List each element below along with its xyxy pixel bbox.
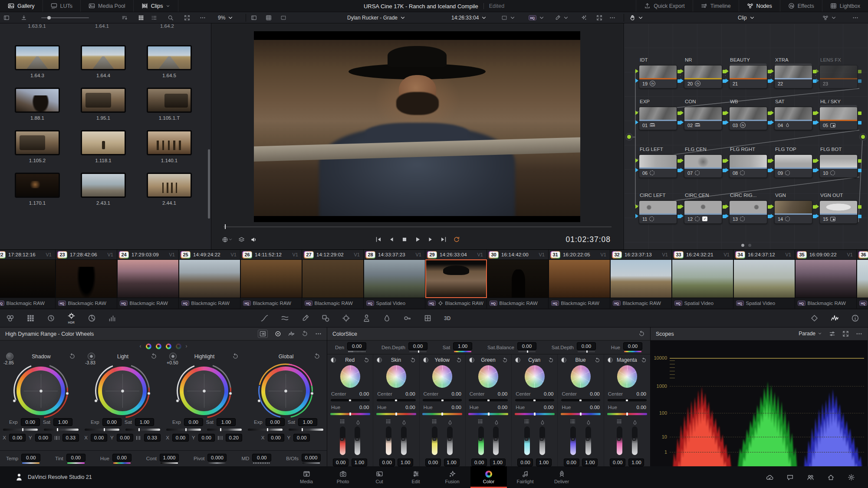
still-thumbnail[interactable] [147, 88, 192, 113]
global-value[interactable]: 1.000 [160, 454, 179, 462]
timeline-clip-28[interactable]: 2814:33:37:23V1HQSpatial Video [364, 250, 425, 308]
wipe-view-icon[interactable] [280, 12, 286, 23]
top-tab-luts[interactable]: LUTs [43, 0, 81, 12]
cloud-sync-icon[interactable] [766, 474, 773, 481]
exposure-handle[interactable] [257, 399, 261, 403]
node-page-dots[interactable] [624, 244, 868, 247]
expand-gallery-icon[interactable] [184, 12, 190, 23]
timeline-clip-26[interactable]: 2614:11:52:12V1HQBlackmagic RAW [240, 250, 302, 308]
density-slider[interactable] [617, 426, 622, 455]
global-value[interactable]: 0.00 [252, 454, 271, 462]
center-slider[interactable] [331, 399, 370, 402]
node-mode-select[interactable]: Clip [738, 12, 755, 23]
hue-value[interactable]: 0.00 [405, 405, 415, 410]
node-nr[interactable]: 20fx [684, 65, 722, 88]
top-tab-timeline[interactable]: Timeline [693, 0, 739, 12]
clip-thumbnail[interactable] [117, 259, 179, 298]
density-value[interactable]: 0.00 [610, 459, 625, 466]
top-tab-gallery[interactable]: Gallery [0, 0, 43, 12]
slice-hue-wheel[interactable] [432, 365, 452, 388]
rgb-mixer-palette-icon[interactable] [26, 314, 35, 322]
hue-slider[interactable] [422, 413, 462, 415]
safe-area-icon[interactable] [501, 12, 516, 23]
node-options-icon[interactable] [852, 12, 858, 23]
node-flg-rght[interactable]: 08 [729, 154, 767, 178]
node-key-input[interactable] [681, 214, 684, 218]
timeline-clip-29[interactable]: 2914:26:33:04V1HQBlackmagic RAW [425, 250, 487, 308]
node-rgb-input[interactable] [635, 69, 638, 73]
node-key-input[interactable] [681, 168, 684, 172]
hue-slider[interactable] [515, 413, 555, 415]
hdr-options-icon[interactable] [315, 331, 322, 337]
node-flg-left[interactable]: 06 [639, 154, 677, 178]
gallery-options-icon[interactable] [200, 12, 206, 23]
page-tab-cut[interactable]: Cut [361, 466, 398, 488]
proxy-quality-icon[interactable]: HQ [529, 12, 545, 23]
still-thumbnail[interactable] [147, 173, 192, 198]
node-key-input[interactable] [771, 120, 774, 124]
saturation-slider[interactable] [493, 426, 499, 455]
density-value[interactable]: 0.00 [564, 459, 579, 466]
node-rgb-input[interactable] [816, 111, 819, 115]
clip-thumbnail[interactable] [857, 259, 868, 298]
info-icon[interactable] [851, 314, 859, 322]
slice-hue-wheel[interactable] [617, 365, 637, 388]
saturation-handle[interactable] [310, 392, 314, 395]
still-thumbnail[interactable] [81, 45, 126, 70]
node-graph-panel[interactable]: IDT19fxNR20fxBEAUTY21XTRA22LENS FX23EXP0… [624, 23, 868, 249]
mini-slider[interactable] [44, 429, 79, 431]
colorslice-reset-icon[interactable] [638, 331, 645, 337]
clip-thumbnail[interactable] [487, 259, 549, 298]
node-key-output[interactable] [858, 215, 861, 218]
hue-value[interactable]: 0.00 [637, 405, 646, 410]
y-value[interactable]: 0.00 [35, 434, 52, 442]
master-dial-icon[interactable] [88, 353, 95, 360]
node-pan-tool[interactable] [629, 12, 644, 23]
node-key-input[interactable] [726, 168, 729, 172]
still-thumbnail[interactable] [81, 88, 126, 113]
node-xtra[interactable]: 22 [774, 65, 812, 88]
density-value[interactable]: 0.00 [333, 459, 349, 466]
timeline-clip-32[interactable]: 3216:23:37:13V1HQBlackmagic RAW [610, 250, 672, 308]
sizing-palette-icon[interactable] [424, 314, 432, 322]
center-slider[interactable] [469, 399, 508, 402]
node-rgb-input[interactable] [816, 69, 819, 73]
center-slider[interactable] [515, 399, 554, 402]
jump-first-frame-button[interactable] [375, 236, 382, 243]
sat-value[interactable]: 1.00 [53, 418, 72, 426]
thumb-size-slider[interactable] [41, 12, 89, 23]
density-value[interactable]: 0.00 [471, 459, 487, 466]
viewer-video[interactable] [254, 31, 580, 222]
mini-slider[interactable] [289, 429, 323, 431]
curves-palette-icon[interactable] [260, 314, 269, 322]
node-hl-sky[interactable]: 05 [819, 107, 858, 130]
master-value[interactable]: 0.00 [577, 342, 596, 350]
slice-solo-icon[interactable] [608, 357, 613, 363]
gallery-still-1-88-1[interactable]: 1.88.1 [4, 88, 70, 121]
node-rgb-input[interactable] [771, 111, 774, 115]
global-value[interactable]: 0.000 [207, 454, 227, 462]
node-rgb-input[interactable] [771, 158, 774, 163]
split-view-b-icon[interactable] [266, 12, 272, 23]
timeline-clip-35[interactable]: 3516:09:00:22V1HQBlackmagic RAW [795, 250, 857, 308]
node-key-input[interactable] [771, 168, 774, 172]
node-key-input[interactable] [816, 214, 819, 218]
timeline-clip-36[interactable]: 36HQBlac [857, 250, 868, 308]
node-vgn[interactable]: 14 [774, 200, 812, 224]
master-value[interactable]: 0.00 [347, 342, 366, 350]
stereo-3d-palette-icon[interactable]: 3D [444, 315, 450, 321]
hue-value[interactable]: 0.00 [590, 405, 599, 410]
node-rgb-output[interactable] [858, 159, 861, 163]
slice-hue-wheel[interactable] [386, 365, 406, 388]
log-wheels-palette-icon[interactable] [108, 314, 116, 322]
node-exp[interactable]: 01HDR [639, 107, 677, 130]
hue-slider[interactable] [468, 413, 508, 415]
exposure-handle[interactable] [176, 399, 179, 403]
gallery-scrollbar[interactable] [208, 149, 210, 219]
page-tab-fusion[interactable]: Fusion [434, 466, 470, 488]
mini-slider[interactable] [3, 429, 38, 431]
clip-thumbnail[interactable] [672, 259, 733, 298]
density-slider[interactable] [340, 426, 345, 455]
sat-value[interactable]: 1.00 [135, 418, 154, 426]
node-key-input[interactable] [816, 120, 819, 124]
